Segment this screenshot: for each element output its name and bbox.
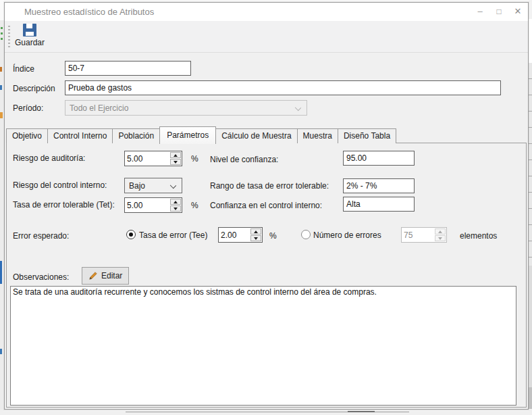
tab-control-interno[interactable]: Control Interno	[47, 128, 113, 143]
spinner-buttons	[169, 151, 182, 166]
background-fragment	[529, 387, 532, 409]
window-title: Muestreo estadístico de Atributos	[24, 3, 154, 21]
riesgo-auditoria-label: Riesgo de auditoría:	[13, 153, 85, 163]
background-bottom-strip	[0, 410, 532, 415]
nivel-confianza-input[interactable]	[343, 151, 415, 166]
indice-label: Índice	[13, 64, 34, 74]
riesgo-control-label: Riesgo del control interno:	[13, 180, 107, 190]
rango-tet-label: Rango de tasa de error tolerable:	[210, 181, 329, 191]
tab-poblacion[interactable]: Población	[112, 128, 160, 143]
confianza-control-input[interactable]	[343, 197, 415, 212]
riesgo-auditoria-unit: %	[191, 154, 198, 164]
tab-diseno-tabla[interactable]: Diseño Tabla	[338, 128, 396, 143]
tet-unit: %	[191, 201, 198, 210]
background-fragment	[0, 85, 2, 90]
tet-label: Tasa de error tolerable (Tet):	[13, 200, 115, 210]
background-fragment	[0, 67, 2, 72]
spin-down-button[interactable]	[170, 205, 181, 212]
arrow-down-icon	[174, 208, 178, 210]
periodo-selected-value: Todo el Ejercicio	[70, 103, 128, 113]
numero-errores-input[interactable]	[402, 228, 434, 242]
tasa-error-input[interactable]	[219, 228, 250, 242]
toolbar-grip-handle[interactable]	[8, 26, 10, 47]
indice-input[interactable]	[65, 61, 191, 76]
rango-tet-input[interactable]	[343, 178, 415, 193]
background-fragment	[348, 411, 375, 412]
tab-muestra[interactable]: Muestra	[297, 128, 338, 143]
observaciones-textarea[interactable]: Se trata de una auditoría recurrente y c…	[10, 286, 516, 406]
riesgo-auditoria-spinner[interactable]	[124, 151, 182, 166]
numero-errores-unit: elementos	[460, 231, 497, 241]
tasa-error-unit: %	[269, 231, 277, 241]
tab-parametros[interactable]: Parámetros	[159, 126, 216, 144]
close-button[interactable]: ✕	[509, 3, 527, 21]
dialog-muestreo-atributos: Muestreo estadístico de Atributos – □ ✕ …	[4, 2, 529, 410]
riesgo-control-selected-value: Bajo	[129, 181, 145, 191]
spin-up-button[interactable]	[170, 199, 181, 205]
background-right-edge	[529, 0, 532, 415]
maximize-button[interactable]: □	[490, 3, 508, 21]
spinner-buttons	[250, 228, 262, 242]
spinner-buttons	[434, 228, 446, 242]
spin-down-button[interactable]	[170, 159, 181, 165]
tab-calculo-de-muestra[interactable]: Cálculo de Muestra	[215, 128, 297, 143]
tasa-error-radio[interactable]	[126, 230, 136, 239]
background-fragment	[0, 261, 2, 284]
background-fragment	[529, 266, 532, 387]
descripcion-label: Descripción	[13, 84, 55, 93]
save-button-label: Guardar	[15, 38, 45, 47]
numero-errores-radio[interactable]	[301, 230, 311, 239]
background-fragment	[0, 349, 2, 354]
tasa-error-spinner[interactable]	[218, 227, 263, 243]
numero-errores-spinner[interactable]	[401, 227, 447, 243]
arrow-up-icon	[438, 230, 442, 233]
riesgo-control-dropdown[interactable]: Bajo	[124, 178, 182, 193]
floppy-disk-icon	[23, 24, 36, 36]
background-fragment	[1, 38, 3, 40]
background-grid-rows	[529, 63, 532, 266]
spin-down-button[interactable]	[435, 235, 446, 241]
arrow-down-icon	[254, 237, 258, 240]
riesgo-auditoria-input[interactable]	[125, 151, 169, 166]
descripcion-input[interactable]	[65, 80, 501, 95]
toolbar: Guardar	[5, 21, 528, 53]
spin-up-button[interactable]	[250, 228, 261, 235]
tab-objetivo[interactable]: Objetivo	[6, 128, 48, 143]
chevron-down-icon	[170, 182, 176, 189]
title-bar[interactable]: Muestreo estadístico de Atributos – □ ✕	[5, 3, 528, 21]
arrow-up-icon	[174, 154, 178, 157]
parametros-panel: Riesgo de auditoría: % Nivel de confianz…	[6, 143, 527, 408]
error-esperado-label: Error esperado:	[13, 231, 69, 241]
tasa-error-radio-label: Tasa de error (Tee)	[139, 230, 207, 240]
tab-strip: Objetivo Control Interno Población Parám…	[6, 125, 396, 143]
arrow-up-icon	[174, 201, 178, 203]
confianza-control-label: Confianza en el control interno:	[210, 201, 322, 210]
numero-errores-radio-label: Número de errores	[313, 230, 381, 240]
save-button[interactable]: Guardar	[11, 22, 48, 51]
spin-down-button[interactable]	[250, 235, 261, 241]
arrow-down-icon	[438, 237, 442, 240]
background-fragment	[529, 19, 532, 63]
tet-spinner[interactable]	[124, 197, 182, 213]
minimize-button[interactable]: –	[471, 3, 489, 21]
periodo-dropdown[interactable]: Todo el Ejercicio	[65, 100, 307, 116]
chevron-down-icon	[295, 105, 301, 111]
periodo-label: Período:	[13, 103, 43, 113]
pencil-icon	[88, 271, 98, 280]
arrow-up-icon	[254, 230, 258, 233]
tet-input[interactable]	[125, 198, 169, 212]
spin-up-button[interactable]	[435, 228, 446, 235]
nivel-confianza-label: Nivel de confianza:	[210, 155, 278, 164]
background-fragment	[0, 112, 3, 118]
background-fragment	[1, 32, 3, 34]
edit-button-label: Editar	[101, 271, 122, 280]
observaciones-label: Observaciones:	[13, 272, 69, 282]
spin-up-button[interactable]	[170, 152, 181, 158]
edit-observaciones-button[interactable]: Editar	[82, 267, 129, 285]
background-fragment	[1, 27, 3, 29]
arrow-down-icon	[174, 161, 178, 164]
spinner-buttons	[169, 198, 182, 212]
